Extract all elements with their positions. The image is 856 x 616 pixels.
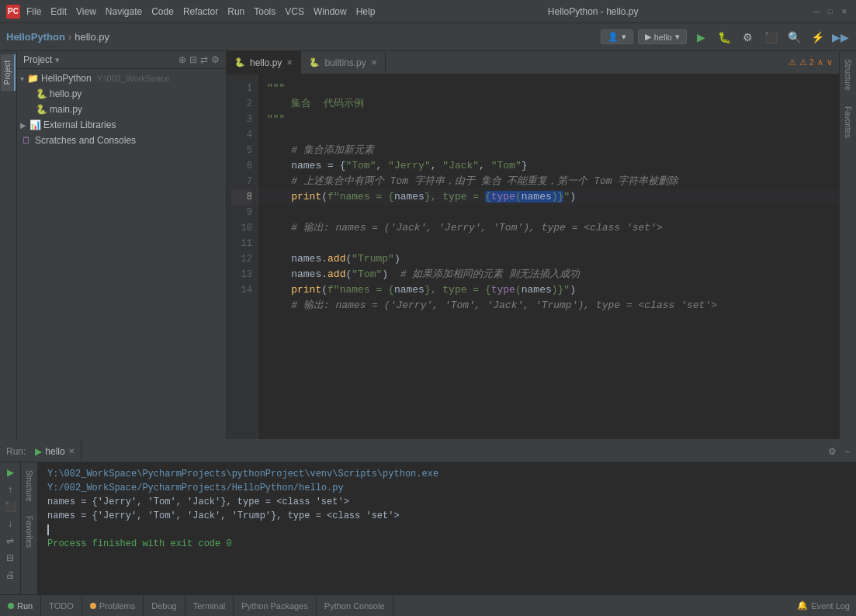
scroll-up-button[interactable]: ↑ <box>3 483 17 497</box>
run-tab-label: hello <box>45 446 64 457</box>
run-output: Y:\002_WorkSpace\PycharmProjects\pythonP… <box>38 462 856 594</box>
collapse-all-icon[interactable]: ⊟ <box>189 54 197 65</box>
bottom-tab-python-console[interactable]: Python Console <box>317 595 393 616</box>
tree-item-label: HelloPython <box>41 73 92 84</box>
rerun-button[interactable]: ▶ <box>3 465 17 479</box>
run-config-label: hello <box>654 33 672 42</box>
favorites-tab[interactable]: Favorites <box>841 102 854 143</box>
tree-item-hellopython[interactable]: ▾ 📁 HelloPython Y:\002_WorkSpace <box>17 71 226 86</box>
right-panel-tabs[interactable]: Structure Favorites <box>839 51 856 439</box>
tab-builtins-py[interactable]: 🐍 builtins.py ✕ <box>301 51 385 74</box>
run-label: Run: <box>6 446 26 457</box>
tab-hello-py[interactable]: 🐍 hello.py ✕ <box>227 51 301 74</box>
code-content[interactable]: """ 集合 代码示例 """ # 集合添加新元素 names = {"Tom"… <box>258 74 839 439</box>
add-icon[interactable]: ⊕ <box>178 54 186 65</box>
menu-navigate[interactable]: Navigate <box>106 6 142 17</box>
bottom-tab-problems[interactable]: Problems <box>82 595 144 616</box>
bottom-tab-debug[interactable]: Debug <box>144 595 185 616</box>
bottom-tab-python-packages[interactable]: Python Packages <box>234 595 317 616</box>
run-output-line: names = {'Jerry', 'Tom', 'Jack', 'Trump'… <box>47 509 847 523</box>
menu-refactor[interactable]: Refactor <box>183 6 218 17</box>
chevron-down-icon[interactable]: ∨ <box>827 57 833 67</box>
wrap-text-button[interactable]: ⇌ <box>3 534 17 548</box>
window-controls[interactable]: — □ ✕ <box>811 6 850 17</box>
run-config-button[interactable]: ▶ hello ▾ <box>638 29 687 44</box>
run-tab-hello[interactable]: ▶ hello ✕ <box>29 441 81 462</box>
window-title: HelloPython - hello.py <box>375 6 811 17</box>
help-button[interactable]: ⚡ <box>808 28 827 47</box>
menu-run[interactable]: Run <box>227 6 244 17</box>
menu-view[interactable]: View <box>76 6 96 17</box>
menu-edit[interactable]: Edit <box>50 6 67 17</box>
structure-tab[interactable]: Structure <box>841 54 854 95</box>
project-panel: Project ▾ ⊕ ⊟ ⇄ ⚙ ▾ 📁 HelloPython Y:\002… <box>17 51 227 439</box>
tab-close-button[interactable]: ✕ <box>371 58 377 67</box>
folder-icon: 📁 <box>26 72 39 85</box>
bottom-tab-packages-label: Python Packages <box>241 601 308 611</box>
tab-file-icon: 🐍 <box>309 57 320 67</box>
toolbar-actions: 👤 ▾ ▶ hello ▾ ▶ 🐛 ⚙ ⬛ 🔍 ⚡ ▶▶ <box>601 28 850 47</box>
run-config-icon: ▶ <box>645 32 651 42</box>
stop-button[interactable]: ⬛ <box>761 28 780 47</box>
run-minimize-icon[interactable]: − <box>844 446 850 457</box>
tab-label: builtins.py <box>324 57 366 68</box>
tab-file-icon: 🐍 <box>234 57 245 67</box>
search-button[interactable]: 🔍 <box>785 28 803 47</box>
warning-count: ⚠ 2 <box>799 57 814 67</box>
chevron-up-icon[interactable]: ∧ <box>817 57 823 67</box>
minimize-button[interactable]: — <box>811 6 822 17</box>
breadcrumb-project[interactable]: HelloPython <box>6 31 65 43</box>
bottom-tab-problems-label: Problems <box>99 601 135 611</box>
tree-item-label: Scratches and Consoles <box>35 135 136 146</box>
tree-item-main-py[interactable]: 🐍 main.py <box>17 102 226 117</box>
update-button[interactable]: ▶▶ <box>831 28 850 47</box>
menu-tools[interactable]: Tools <box>254 6 276 17</box>
menu-window[interactable]: Window <box>314 6 347 17</box>
run-side-favorites-tab[interactable]: Favorites <box>23 511 36 552</box>
tree-item-external-libs[interactable]: ▶ 📊 External Libraries <box>17 117 226 133</box>
menu-help[interactable]: Help <box>356 6 376 17</box>
scroll-down-button[interactable]: ↓ <box>3 517 17 531</box>
bottom-tab-debug-label: Debug <box>151 601 176 611</box>
settings-gear-icon[interactable]: ⚙ <box>211 54 220 65</box>
close-button[interactable]: ✕ <box>839 6 850 17</box>
run-output-line: Y:\002_WorkSpace\PycharmProjects\pythonP… <box>47 467 847 481</box>
run-settings-icon[interactable]: ⚙ <box>828 446 837 457</box>
tree-item-scratches[interactable]: 🗒 Scratches and Consoles <box>17 133 226 148</box>
coverage-button[interactable]: ⚙ <box>738 28 757 47</box>
navigation-bar: HelloPython › hello.py 👤 ▾ ▶ hello ▾ ▶ 🐛… <box>0 23 856 51</box>
side-panel-tabs[interactable]: Project <box>0 51 17 439</box>
stop-button[interactable]: ⬛ <box>3 500 17 514</box>
project-tab[interactable]: Project <box>1 54 16 91</box>
expand-arrow-icon: ▶ <box>20 121 26 130</box>
bottom-tab-terminal[interactable]: Terminal <box>185 595 234 616</box>
bottom-tab-bar: Run TODO Problems Debug Terminal Python … <box>0 594 856 616</box>
menu-file[interactable]: File <box>26 6 41 17</box>
run-side-structure-tab[interactable]: Structure <box>23 465 36 507</box>
print-button[interactable]: 🖨 <box>3 568 17 582</box>
run-status-dot <box>8 603 14 609</box>
user-profile-button[interactable]: 👤 ▾ <box>601 29 633 44</box>
menu-code[interactable]: Code <box>151 6 174 17</box>
event-log[interactable]: 🔔 Event Log <box>791 600 856 611</box>
menu-vcs[interactable]: VCS <box>285 6 304 17</box>
bottom-tab-todo[interactable]: TODO <box>41 595 82 616</box>
tab-close-button[interactable]: ✕ <box>286 58 293 67</box>
breadcrumb-separator: › <box>68 31 71 43</box>
bottom-tab-run[interactable]: Run <box>0 595 41 616</box>
python-file-icon: 🐍 <box>35 103 47 116</box>
run-tab-close-button[interactable]: ✕ <box>68 447 75 455</box>
run-button[interactable]: ▶ <box>691 28 710 47</box>
tree-item-label: hello.py <box>50 88 81 99</box>
menu-bar[interactable]: File Edit View Navigate Code Refactor Ru… <box>26 6 375 17</box>
run-side-tabs[interactable]: Structure Favorites <box>21 462 38 594</box>
project-panel-header: Project ▾ ⊕ ⊟ ⇄ ⚙ <box>17 51 226 69</box>
debug-button[interactable]: 🐛 <box>715 28 733 47</box>
maximize-button[interactable]: □ <box>825 6 836 17</box>
run-tab-icon: ▶ <box>35 446 42 457</box>
tree-item-hello-py[interactable]: 🐍 hello.py <box>17 86 226 102</box>
code-editor[interactable]: 1 2 3 4 5 6 7 8 9 10 11 12 13 14 """ 集合 … <box>227 74 839 439</box>
breadcrumb-file[interactable]: hello.py <box>75 31 109 43</box>
scroll-to-icon[interactable]: ⇄ <box>200 54 208 65</box>
filter-button[interactable]: ⊟ <box>3 551 17 565</box>
